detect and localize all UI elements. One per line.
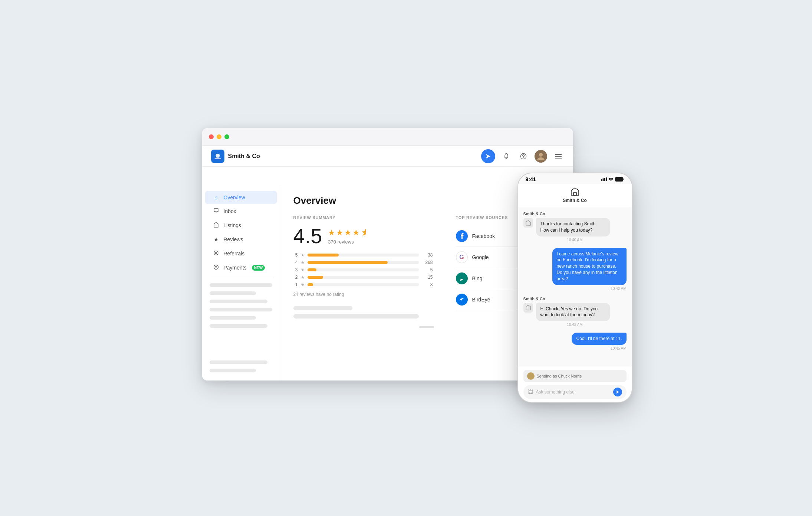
rating-section: REVIEW SUMMARY 4.5 ★ ★ ★ ★ ⯨ (293, 215, 441, 319)
review-summary-label: REVIEW SUMMARY (293, 215, 441, 220)
content-ph-2 (293, 314, 419, 319)
bar-track-4 (308, 261, 419, 264)
bar-row-1: 1 ★ 3 (293, 282, 441, 287)
bar-track-3 (308, 268, 419, 271)
message-4-group: Cool. I'll be there at 11. 10:45 AM (523, 333, 627, 351)
sidebar-placeholder-4 (210, 308, 272, 311)
message-1-group: Smith & Co Thanks for contacting Smith H… (523, 212, 627, 243)
chat-send-button[interactable] (613, 388, 622, 396)
star-icon: ★ (213, 236, 220, 243)
message-1-bubble: Thanks for contacting Smith How can i he… (536, 218, 610, 236)
sidebar-item-listings[interactable]: Listings (205, 219, 277, 232)
time-3: 10:43 AM (523, 323, 627, 327)
sidebar-placeholder-6 (210, 324, 268, 328)
svg-rect-14 (602, 179, 604, 182)
sidebar-item-referrals[interactable]: Referrals (205, 247, 277, 260)
sidebar-bottom-2 (210, 369, 256, 372)
svg-point-1 (523, 157, 524, 158)
phone-status-icons (601, 177, 624, 182)
rating-bar-chart: 5 ★ 38 4 ★ (293, 252, 441, 287)
chat-input-placeholder: Ask something else (536, 389, 610, 395)
bar-fill-2 (308, 276, 323, 279)
phone-header: Smith & Co (518, 184, 632, 207)
mobile-phone: 9:41 (517, 173, 632, 403)
google-logo: G (456, 251, 468, 263)
user-avatar[interactable] (535, 150, 547, 163)
svg-point-8 (216, 252, 217, 254)
new-badge-payments: NEW (252, 265, 265, 271)
top-nav: Smith & Co (202, 146, 573, 167)
bar-track-5 (308, 254, 419, 257)
sidebar-label-overview: Overview (224, 195, 245, 200)
bar-count-4: 268 (422, 260, 433, 265)
star-4: ★ (352, 228, 360, 238)
sidebar-label-payments: Payments (224, 265, 247, 271)
content-ph-1 (293, 306, 352, 310)
scroll-indicator (419, 326, 434, 328)
minimize-button[interactable] (217, 134, 221, 139)
svg-point-3 (539, 153, 543, 157)
sidebar-item-inbox[interactable]: Inbox (205, 205, 277, 218)
sidebar-item-overview[interactable]: ⌂ Overview (205, 191, 277, 204)
bar-star-4: ★ (301, 260, 305, 265)
bar-star-1: ★ (301, 283, 305, 287)
sidebar-divider (208, 278, 274, 278)
sidebar-label-referrals: Referrals (224, 251, 245, 257)
home-icon: ⌂ (213, 194, 220, 200)
bar-label-2: 2 (293, 275, 298, 280)
message-2-group: I came across Melanie's review on Facebo… (523, 248, 627, 291)
bar-count-2: 15 (422, 275, 433, 280)
message-4-bubble: Cool. I'll be there at 11. (572, 333, 626, 345)
sidebar-bottom-1 (210, 360, 268, 364)
no-rating-text: 24 reviews have no rating (293, 292, 441, 297)
phone-status-bar: 9:41 (518, 173, 632, 184)
svg-rect-19 (623, 179, 624, 180)
bar-fill-4 (308, 261, 388, 264)
time-2: 10:42 AM (523, 287, 627, 291)
star-1: ★ (328, 228, 335, 238)
listings-icon (213, 222, 220, 229)
message-4-row: Cool. I'll be there at 11. (523, 333, 627, 345)
menu-button[interactable] (552, 150, 564, 162)
close-button[interactable] (209, 134, 214, 139)
message-3-group: Smith & Co Hi Chuck, Yes we do. Do you w… (523, 297, 627, 328)
star-5: ⯨ (361, 228, 369, 238)
bar-label-3: 3 (293, 267, 298, 272)
notifications-button[interactable] (500, 150, 512, 162)
sidebar: ⌂ Overview Inbox (202, 184, 280, 381)
chat-avatar-business-1 (523, 218, 533, 228)
svg-point-7 (214, 251, 218, 255)
bar-count-1: 3 (422, 282, 433, 287)
chat-area[interactable]: Smith & Co Thanks for contacting Smith H… (518, 207, 632, 367)
nav-actions (481, 149, 564, 163)
svg-rect-15 (604, 178, 605, 181)
chat-input-row[interactable]: 🖼 Ask something else (523, 385, 627, 399)
message-3-row: Hi Chuck, Yes we do. Do you want to look… (523, 303, 627, 321)
bing-logo (456, 272, 468, 284)
send-button[interactable] (481, 149, 495, 163)
phone-time: 9:41 (526, 176, 536, 182)
sending-avatar (527, 372, 535, 380)
brand-logo-icon (211, 150, 224, 163)
overall-stars: ★ ★ ★ ★ ⯨ (328, 228, 369, 238)
svg-rect-16 (606, 177, 607, 181)
sending-as-text: Sending as Chuck Norris (537, 374, 582, 378)
referrals-icon (213, 250, 220, 257)
phone-input-area: Sending as Chuck Norris 🖼 Ask something … (518, 367, 632, 402)
help-button[interactable] (517, 150, 529, 162)
nav-logo: Smith & Co (211, 150, 260, 163)
svg-rect-13 (601, 179, 602, 181)
sender-label-1: Smith & Co (523, 212, 627, 216)
sidebar-label-listings: Listings (224, 222, 241, 228)
sidebar-item-reviews[interactable]: ★ Reviews (205, 233, 277, 246)
image-icon: 🖼 (528, 389, 533, 395)
bar-count-3: 5 (422, 267, 433, 272)
review-count: 370 reviews (328, 239, 369, 245)
maximize-button[interactable] (224, 134, 229, 139)
bar-star-5: ★ (301, 253, 305, 258)
bar-label-1: 1 (293, 282, 298, 287)
bar-count-5: 38 (422, 252, 433, 258)
sidebar-placeholder-3 (210, 300, 268, 303)
sidebar-item-payments[interactable]: Payments NEW (205, 261, 277, 274)
payments-icon (213, 264, 220, 271)
